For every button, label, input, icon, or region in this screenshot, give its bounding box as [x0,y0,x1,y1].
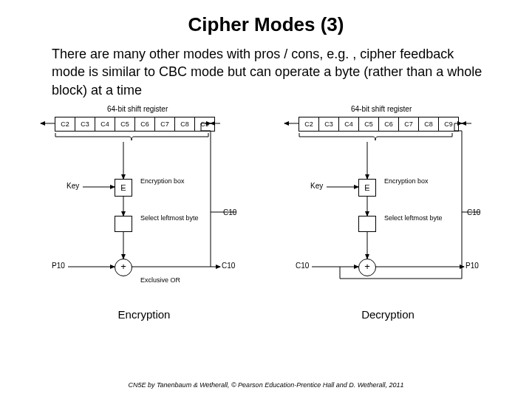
copyright-footer: CN5E by Tanenbaum & Wetherall, © Pearson… [0,381,532,389]
page-title: Cipher Modes (3) [0,13,532,36]
encryption-diagram: 64-bit shift register C2 C3 C4 C5 C6 C7 … [30,105,259,312]
diagram-lines [30,105,259,297]
diagram-row: 64-bit shift register C2 C3 C4 C5 C6 C7 … [30,105,502,312]
diagram-lines [273,105,502,297]
body-paragraph: There are many other modes with pros / c… [52,45,488,99]
encryption-caption: Encryption [30,308,259,321]
decryption-caption: Decryption [273,308,502,321]
decryption-diagram: 64-bit shift register C2 C3 C4 C5 C6 C7 … [273,105,502,312]
